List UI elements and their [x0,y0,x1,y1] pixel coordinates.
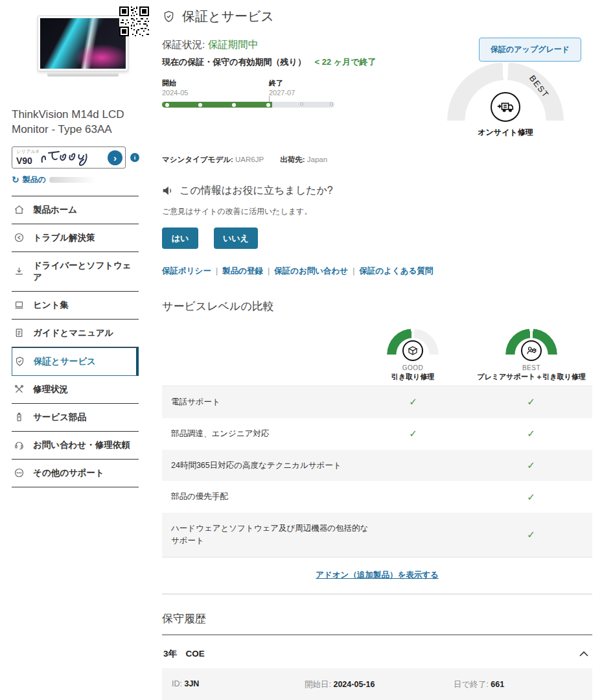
page-title: 保証とサービス [182,8,274,25]
sidebar-item-repair-status[interactable]: 修理状況 [12,376,139,404]
sidebar-item-label: サービス部品 [33,412,86,423]
comparison-table: 電話サポート ✓ ✓ 部品調達、エンジニア対応 ✓ ✓ 24時間365日対応の高… [162,386,592,557]
entry-name: 3年 COE [163,648,205,660]
table-row: 電話サポート ✓ ✓ [162,386,592,418]
tools-icon [14,384,25,395]
mtm-label: マシンタイプモデル: [162,156,233,163]
best-check: ✓ [470,428,592,439]
section-divider [162,594,592,594]
sidebar-item-label: ドライバーとソフトウェア [33,260,137,283]
timeline-start-date: 2024-05 [162,89,188,97]
field-value: 3JN [184,679,199,688]
link-warranty-faq[interactable]: 保証のよくある質問 [359,266,433,275]
best-tier-label: BEST [470,364,593,371]
sidebar-item-product-home[interactable]: 製品ホーム [12,196,139,224]
row-label: 24時間365日対応の高度なテクニカルサポート [162,450,356,482]
headset-icon [14,439,25,450]
good-tier-label: GOOD [351,364,474,371]
table-row: ハードウェアとソフトウェア及び周辺機器の包括的なサポート ✓ [162,513,592,557]
history-title: 保守履歴 [162,611,592,635]
show-addons-link[interactable]: アドオン（追加製品）を表示する [316,570,439,579]
warranty-upgrade-button[interactable]: 保証のアップグレード [479,38,581,62]
sidebar-item-drivers[interactable]: ドライバーとソフトウェア [12,252,139,292]
column-best: BEST プレミアサポート＋引き取り修理 [470,329,593,382]
megaphone-icon [162,186,173,196]
row-label: 電話サポート [162,386,356,418]
history-entry-header[interactable]: 3年 COE [162,635,592,668]
product-title: ThinkVision M14d LCD Monitor - Type 63AA [12,108,149,137]
timeline-dot [300,102,303,106]
sidebar-item-label: ガイドとマニュアル [33,327,113,339]
sidebar-item-hints[interactable]: ヒント集 [12,292,139,320]
sidebar-item-label: 製品ホーム [33,204,77,216]
feedback-question-row: この情報はお役に立ちましたか? [162,184,592,198]
table-row: 部品の優先手配 ✓ [162,481,592,513]
sidebar-item-warranty[interactable]: 保証とサービス [12,347,139,376]
info-icon[interactable]: i [130,153,139,162]
field-id: ID: 3JN [172,679,305,690]
status-value: 保証期間中 [208,39,259,50]
machine-info-line: マシンタイプモデル: UAR6JP 出荷先: Japan [162,155,592,165]
serial-value: V90 [16,156,32,166]
product-refresh-link[interactable]: ↻ 製品の [12,174,149,185]
timeline-dot [330,102,333,106]
sidebar-item-guides[interactable]: ガイドとマニュアル [12,320,139,347]
field-value: 661 [491,680,504,689]
field-start-date: 開始日: 2024-05-16 [305,679,454,690]
row-label: 部品の優先手配 [162,481,356,513]
addon-link-wrap: アドオン（追加製品）を表示する [162,568,592,581]
best-gauge [505,329,557,362]
ship-value: Japan [307,156,327,163]
timeline-progress-fill [162,102,272,108]
more-circle-icon [14,467,25,478]
feedback-no-button[interactable]: いいえ [214,228,258,249]
feedback-yes-button[interactable]: はい [162,228,198,249]
link-warranty-contact[interactable]: 保証のお問い合わせ [274,266,348,275]
row-label: ハードウェアとソフトウェア及び周辺機器の包括的なサポート [162,513,376,557]
good-check: ✓ [356,396,470,408]
product-link-text: 製品の [23,174,46,185]
pickup-repair-icon [402,340,423,361]
serial-redaction-scribble [40,148,112,167]
premier-support-icon [521,340,542,361]
troubleshoot-icon [14,232,25,243]
status-label: 保証状況: [162,39,205,50]
best-check: ✓ [470,491,592,503]
sidebar-item-other-support[interactable]: その他のサポート [12,460,139,487]
sidebar-item-label: ヒント集 [33,299,69,311]
serial-submit-button[interactable]: › [108,150,122,165]
timeline-end-label: 終了 [269,78,295,88]
onsite-truck-icon [491,92,520,122]
row-label: 部品調達、エンジニア対応 [162,418,356,450]
home-icon [14,204,25,215]
timeline-start: 開始 2024-05 [162,78,188,97]
monitor-screen [40,18,126,69]
link-warranty-policy[interactable]: 保証ポリシー [162,266,211,275]
best-check: ✓ [470,460,592,471]
service-level-gauge: BEST オンサイト修理 [447,62,564,141]
monitor-base [47,72,119,76]
timeline-dot [232,103,236,107]
warranty-timeline: 開始 2024-05 終了 2027-07 [162,78,334,108]
mtm-value: UAR6JP [235,156,264,163]
entry-fields: ID: 3JN 開始日: 2024-05-16 日で終了: 661 ステータス:… [172,679,583,700]
feedback-question: この情報はお役に立ちましたか? [179,184,333,198]
comparison-title: サービスレベルの比較 [162,299,592,314]
document-icon [14,327,25,338]
sidebar-item-contact[interactable]: お問い合わせ・修理依頼 [12,432,139,460]
main-content: 保証とサービス 保証のアップグレード BEST オンサイト修理 保証状況: 保証… [162,0,592,700]
sidebar-item-troubleshooting[interactable]: トラブル解決策 [12,224,139,252]
sidebar-item-service-parts[interactable]: サービス部品 [12,404,139,432]
product-visual [12,6,149,89]
download-icon [14,266,25,277]
link-separator: | [216,266,218,275]
chevron-up-icon[interactable] [579,651,588,657]
feedback-buttons: はい いいえ [162,228,592,249]
timeline-end-date: 2027-07 [269,89,295,97]
battery-icon [14,412,25,423]
comparison-header: GOOD 引き取り修理 BEST プレミアサポート＋引き取り修理 [162,319,592,386]
sidebar-item-label: 保証とサービス [34,356,96,368]
link-product-registration[interactable]: 製品の登録 [222,266,263,275]
serial-input[interactable]: シリアル# V90 › [12,146,126,169]
sidebar-item-label: お問い合わせ・修理依頼 [33,439,130,451]
